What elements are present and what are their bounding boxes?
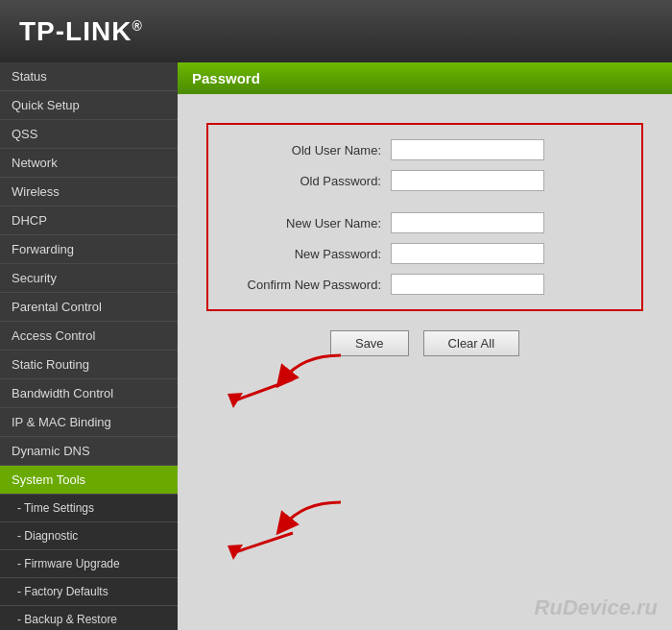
sidebar-item-wireless[interactable]: Wireless [0, 178, 178, 206]
sidebar-item-ip-mac-binding[interactable]: IP & MAC Binding [0, 408, 178, 437]
confirm-password-input[interactable] [391, 274, 544, 295]
save-button[interactable]: Save [330, 330, 409, 356]
old-credentials-section: Old User Name: Old Password: New User Na… [206, 123, 643, 311]
new-username-row: New User Name: [228, 212, 622, 233]
logo-text: TP-LINK [19, 16, 132, 46]
svg-line-0 [235, 379, 293, 400]
sidebar-item-firmware-upgrade[interactable]: - Firmware Upgrade [0, 550, 178, 578]
old-password-input[interactable] [391, 170, 544, 191]
old-username-label: Old User Name: [228, 143, 381, 158]
svg-marker-3 [228, 545, 243, 560]
sidebar-item-network[interactable]: Network [0, 149, 178, 178]
sidebar-item-static-routing[interactable]: Static Routing [0, 351, 178, 379]
new-username-input[interactable] [391, 212, 544, 233]
svg-line-2 [235, 533, 293, 552]
sidebar-item-forwarding[interactable]: Forwarding [0, 235, 178, 264]
arrow-password [228, 533, 293, 560]
old-password-row: Old Password: [228, 170, 622, 191]
old-username-input[interactable] [391, 139, 544, 160]
sidebar-item-quick-setup[interactable]: Quick Setup [0, 91, 178, 120]
sidebar-item-dhcp[interactable]: DHCP [0, 206, 178, 235]
main-container: Status Quick Setup QSS Network Wireless … [0, 62, 672, 630]
watermark: RuDevice.ru [535, 595, 658, 620]
sidebar-item-system-tools[interactable]: System Tools [0, 466, 178, 495]
clear-all-button[interactable]: Clear All [423, 330, 519, 356]
arrow-system-tools [228, 379, 293, 408]
page-title: Password [178, 62, 672, 94]
new-password-row: New Password: [228, 243, 622, 264]
svg-marker-1 [228, 393, 243, 408]
arrow-2 [274, 493, 350, 544]
sidebar-item-qss[interactable]: QSS [0, 120, 178, 149]
sidebar-item-security[interactable]: Security [0, 264, 178, 293]
new-username-label: New User Name: [228, 216, 381, 230]
sidebar-item-parental-control[interactable]: Parental Control [0, 293, 178, 322]
sidebar-item-diagnostic[interactable]: - Diagnostic [0, 522, 178, 550]
header: TP-LINK® [0, 0, 672, 62]
content-area: Password Old User Name: Old Password: Ne… [178, 62, 672, 630]
old-password-label: Old Password: [228, 174, 381, 188]
sidebar-item-status[interactable]: Status [0, 62, 178, 91]
new-password-label: New Password: [228, 247, 381, 261]
confirm-password-label: Confirm New Password: [228, 278, 381, 292]
sidebar-item-factory-defaults[interactable]: - Factory Defaults [0, 578, 178, 606]
form-area: Old User Name: Old Password: New User Na… [178, 113, 672, 371]
reg-symbol: ® [132, 17, 142, 33]
sidebar-item-dynamic-dns[interactable]: Dynamic DNS [0, 437, 178, 466]
confirm-password-row: Confirm New Password: [228, 274, 622, 295]
button-row: Save Clear All [206, 326, 643, 361]
sidebar: Status Quick Setup QSS Network Wireless … [0, 62, 178, 630]
new-password-input[interactable] [391, 243, 544, 264]
sidebar-item-backup-restore[interactable]: - Backup & Restore [0, 606, 178, 630]
sidebar-item-access-control[interactable]: Access Control [0, 322, 178, 351]
old-username-row: Old User Name: [228, 139, 622, 160]
sidebar-item-time-settings[interactable]: - Time Settings [0, 495, 178, 522]
logo: TP-LINK® [19, 16, 143, 47]
sidebar-item-bandwidth-control[interactable]: Bandwidth Control [0, 379, 178, 408]
